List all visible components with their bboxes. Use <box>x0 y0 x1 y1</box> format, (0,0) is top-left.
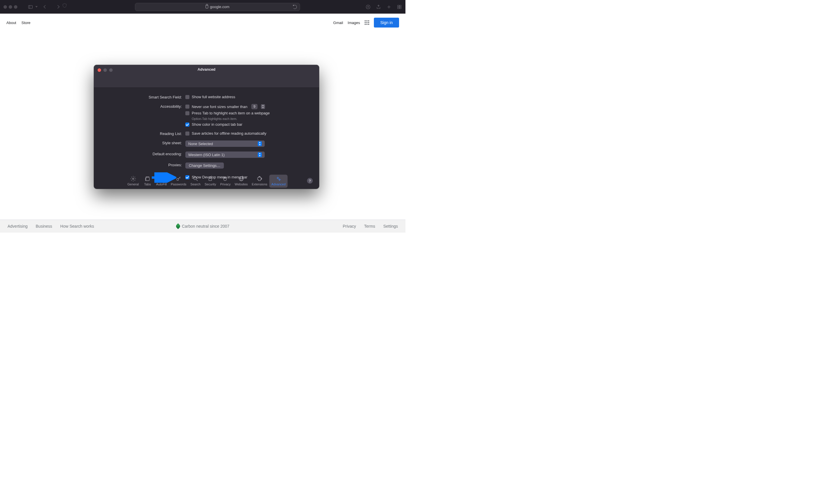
select-arrows-icon <box>258 141 262 146</box>
store-link[interactable]: Store <box>22 21 30 25</box>
chevron-down-icon <box>35 6 38 7</box>
leaf-icon <box>175 223 181 229</box>
minimize-window-dot[interactable] <box>9 5 12 9</box>
show-full-address-checkbox[interactable] <box>185 95 189 99</box>
reload-icon[interactable] <box>293 5 297 9</box>
svg-rect-0 <box>28 5 32 8</box>
svg-rect-5 <box>397 5 399 7</box>
google-footer: Advertising Business How Search works Ca… <box>0 220 406 232</box>
show-color-compact-text: Show color in compact tab bar <box>192 122 243 127</box>
google-apps-icon[interactable] <box>364 20 369 25</box>
lock-icon <box>205 5 208 8</box>
back-button[interactable] <box>43 5 47 9</box>
proxies-label: Proxies: <box>102 162 185 167</box>
style-sheet-value: None Selected <box>188 141 213 146</box>
prefs-body: Smart Search Field: Show full website ad… <box>94 88 319 189</box>
advertising-link[interactable]: Advertising <box>7 224 28 228</box>
prefs-titlebar: Advanced General Tabs AutoFill Passwords… <box>94 65 319 88</box>
font-size-input[interactable]: 9 <box>251 104 257 109</box>
annotation-arrow <box>150 172 177 184</box>
close-window-dot[interactable] <box>3 5 7 9</box>
svg-rect-6 <box>400 5 401 7</box>
sidebar-icon <box>28 4 33 9</box>
downloads-icon[interactable] <box>365 4 371 9</box>
prefs-close-button[interactable] <box>98 68 101 72</box>
sidebar-toggle[interactable] <box>28 4 38 9</box>
window-traffic-lights <box>3 5 19 9</box>
share-icon[interactable] <box>376 4 381 9</box>
privacy-link[interactable]: Privacy <box>343 224 356 228</box>
carbon-neutral-text[interactable]: Carbon neutral since 2007 <box>182 224 229 228</box>
show-full-address-text: Show full website address <box>192 95 235 99</box>
style-sheet-label: Style sheet: <box>102 140 185 145</box>
style-sheet-select[interactable]: None Selected <box>185 140 265 147</box>
terms-link[interactable]: Terms <box>364 224 375 228</box>
safari-toolbar: google.com <box>0 0 406 13</box>
save-offline-text: Save articles for offline reading automa… <box>192 131 266 135</box>
svg-rect-7 <box>397 7 399 8</box>
accessibility-label: Accessibility: <box>102 104 185 108</box>
forward-button[interactable] <box>56 5 60 9</box>
images-link[interactable]: Images <box>348 21 360 25</box>
press-tab-text: Press Tab to highlight each item on a we… <box>192 111 269 115</box>
signin-button[interactable]: Sign in <box>374 18 399 28</box>
reading-list-label: Reading List: <box>102 131 185 136</box>
business-link[interactable]: Business <box>36 224 52 228</box>
option-tab-hint: Option-Tab highlights each item. <box>192 117 269 121</box>
show-develop-menu-text: Show Develop menu in menu bar <box>192 175 247 179</box>
default-encoding-label: Default encoding: <box>102 152 185 156</box>
prefs-window-title: Advanced <box>197 67 216 71</box>
svg-rect-8 <box>400 7 401 8</box>
how-search-works-link[interactable]: How Search works <box>60 224 94 228</box>
smart-search-label: Smart Search Field: <box>102 95 185 99</box>
help-button[interactable]: ? <box>307 178 313 184</box>
prefs-maximize-button[interactable] <box>109 68 113 72</box>
font-size-stepper[interactable] <box>261 104 265 109</box>
never-font-size-checkbox[interactable] <box>185 104 189 108</box>
toolbar-right-icons <box>365 4 402 9</box>
new-tab-icon[interactable] <box>386 4 391 9</box>
show-develop-menu-checkbox[interactable] <box>185 175 189 179</box>
gmail-link[interactable]: Gmail <box>333 21 343 25</box>
select-arrows-icon <box>258 152 262 157</box>
prefs-minimize-button[interactable] <box>103 68 107 72</box>
safari-preferences-window: Advanced General Tabs AutoFill Passwords… <box>94 65 319 189</box>
never-font-size-text: Never use font sizes smaller than <box>192 104 247 109</box>
save-offline-checkbox[interactable] <box>185 131 189 135</box>
url-host-text: google.com <box>210 5 229 9</box>
change-settings-button[interactable]: Change Settings… <box>185 162 224 168</box>
google-header: About Store Gmail Images Sign in <box>0 13 406 32</box>
settings-link[interactable]: Settings <box>383 224 398 228</box>
shield-icon[interactable] <box>62 3 67 8</box>
about-link[interactable]: About <box>6 21 16 25</box>
press-tab-checkbox[interactable] <box>185 111 189 115</box>
show-color-compact-checkbox[interactable] <box>185 123 189 127</box>
default-encoding-select[interactable]: Western (ISO Latin 1) <box>185 152 265 158</box>
tab-overview-icon[interactable] <box>397 4 402 9</box>
address-bar[interactable]: google.com <box>135 3 300 11</box>
maximize-window-dot[interactable] <box>14 5 18 9</box>
default-encoding-value: Western (ISO Latin 1) <box>188 153 224 157</box>
